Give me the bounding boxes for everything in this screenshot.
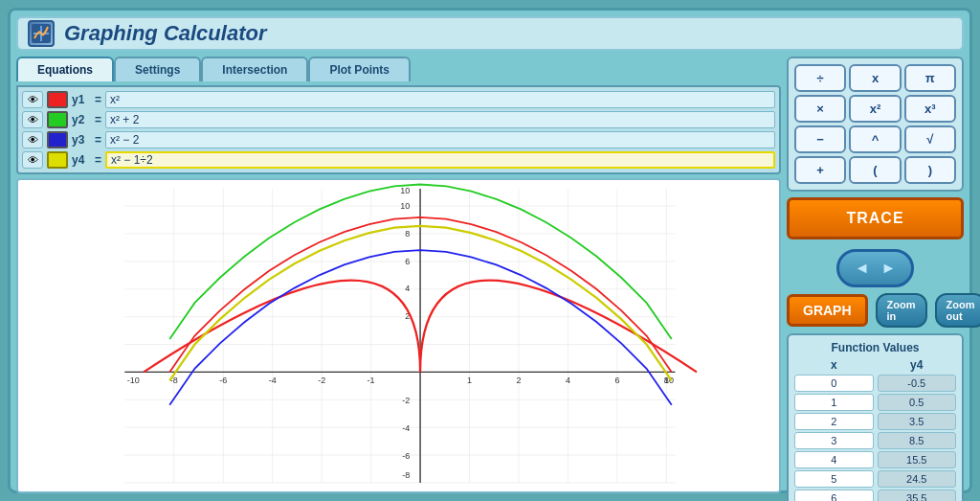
calc-btn-mul[interactable]: × xyxy=(794,95,846,123)
eq-input-y4[interactable] xyxy=(105,151,775,169)
calc-btn-xsq[interactable]: x² xyxy=(849,95,901,123)
eq-input-y2[interactable] xyxy=(105,111,775,128)
eq-label-y4: y4 xyxy=(72,153,91,167)
svg-text:-10: -10 xyxy=(127,376,140,385)
svg-text:-4: -4 xyxy=(269,376,277,385)
app-icon xyxy=(28,20,55,47)
zoom-in-button[interactable]: Zoom in xyxy=(876,293,927,328)
tab-plot-points[interactable]: Plot Points xyxy=(308,57,411,81)
fv-cell-x: 5 xyxy=(794,470,874,488)
calc-btn-rparen[interactable]: ) xyxy=(904,156,956,184)
svg-text:4: 4 xyxy=(405,284,410,293)
fv-cell-x: 0 xyxy=(794,375,874,392)
color-box-y4[interactable] xyxy=(47,151,68,169)
tabs-bar: Equations Settings Intersection Plot Poi… xyxy=(16,57,781,81)
calc-btn-pow[interactable]: ^ xyxy=(849,125,901,153)
eq-label-y3: y3 xyxy=(72,133,91,147)
nav-arrows[interactable]: ◄ ► xyxy=(836,249,915,287)
fv-cell-y: 3.5 xyxy=(878,413,957,430)
nav-left-arrow[interactable]: ◄ xyxy=(855,260,870,277)
table-row: 4 15.5 xyxy=(794,451,956,468)
calc-btn-sub[interactable]: − xyxy=(794,125,846,153)
calc-btn-xcube[interactable]: x³ xyxy=(904,95,956,123)
right-panel: ÷ x π × x² x³ − ^ √ + ( ) TRACE ◄ ► xyxy=(787,57,964,493)
calc-buttons: ÷ x π × x² x³ − ^ √ + ( ) xyxy=(787,57,964,192)
main-area: Equations Settings Intersection Plot Poi… xyxy=(16,57,964,493)
function-values: Function Values x y4 0 -0.5 1 0.5 2 3.5 … xyxy=(787,333,964,501)
fv-cell-y: 24.5 xyxy=(878,470,957,488)
equation-row-y4: 👁 y4 = xyxy=(22,151,775,169)
graph-zoom-row: GRAPH Zoom in Zoom out xyxy=(787,293,964,328)
eq-input-y3[interactable] xyxy=(105,131,775,148)
equation-row-y3: 👁 y3 = xyxy=(22,131,775,148)
table-row: 0 -0.5 xyxy=(794,375,956,392)
svg-text:6: 6 xyxy=(614,376,619,385)
fv-cell-x: 1 xyxy=(794,394,874,411)
left-panel: Equations Settings Intersection Plot Poi… xyxy=(16,57,781,493)
graph-area: -8 -6 -4 -2 -1 1 2 4 6 8 -10 10 10 8 xyxy=(16,178,781,493)
table-row: 6 35.5 xyxy=(794,490,956,501)
eye-icon-y2[interactable]: 👁 xyxy=(22,111,43,128)
title-bar: Graphing Calculator xyxy=(16,16,964,51)
svg-text:-2: -2 xyxy=(402,396,410,405)
svg-text:-1: -1 xyxy=(368,376,375,385)
fv-cell-y: 35.5 xyxy=(878,490,957,501)
svg-text:6: 6 xyxy=(405,257,410,266)
svg-text:-2: -2 xyxy=(318,376,325,385)
fv-cell-y: 15.5 xyxy=(878,451,957,468)
equation-row-y2: 👁 y2 = xyxy=(22,111,775,128)
svg-text:1: 1 xyxy=(467,376,472,385)
app-container: Graphing Calculator Equations Settings I… xyxy=(8,8,972,493)
zoom-out-button[interactable]: Zoom out xyxy=(935,293,980,328)
table-row: 1 0.5 xyxy=(794,394,956,411)
fv-cell-y: 8.5 xyxy=(878,432,957,449)
fv-headers: x y4 xyxy=(794,358,956,372)
table-row: 3 8.5 xyxy=(794,432,956,449)
trace-button[interactable]: TRACE xyxy=(787,197,964,239)
calc-btn-lparen[interactable]: ( xyxy=(849,156,901,184)
fv-cell-x: 4 xyxy=(794,451,874,468)
tab-equations[interactable]: Equations xyxy=(16,57,114,81)
svg-text:-6: -6 xyxy=(219,376,227,385)
graph-svg: -8 -6 -4 -2 -1 1 2 4 6 8 -10 10 10 8 xyxy=(18,180,779,491)
fv-cell-y: -0.5 xyxy=(878,375,957,392)
equation-row-y1: 👁 y1 = xyxy=(22,91,775,108)
tab-settings[interactable]: Settings xyxy=(114,57,201,81)
svg-text:10: 10 xyxy=(400,186,410,195)
color-box-y3[interactable] xyxy=(47,131,68,148)
eq-label-y1: y1 xyxy=(72,93,91,106)
nav-right-arrow[interactable]: ► xyxy=(881,260,897,277)
eye-icon-y1[interactable]: 👁 xyxy=(22,91,43,108)
calc-btn-x[interactable]: x xyxy=(849,64,901,92)
eq-input-y1[interactable] xyxy=(105,91,775,108)
eye-icon-y4[interactable]: 👁 xyxy=(22,151,43,169)
svg-text:-4: -4 xyxy=(402,423,410,433)
svg-text:4: 4 xyxy=(566,376,570,385)
fv-header-x: x xyxy=(794,358,874,372)
calc-btn-div[interactable]: ÷ xyxy=(794,64,846,92)
calc-btn-sqrt[interactable]: √ xyxy=(904,125,956,153)
table-row: 5 24.5 xyxy=(794,470,956,488)
calc-btn-pi[interactable]: π xyxy=(904,64,956,92)
svg-text:2: 2 xyxy=(516,376,521,385)
svg-text:-8: -8 xyxy=(402,470,410,480)
fv-cell-x: 3 xyxy=(794,432,874,449)
fv-cell-y: 0.5 xyxy=(878,394,957,411)
fv-cell-x: 6 xyxy=(794,490,874,501)
color-box-y1[interactable] xyxy=(47,91,68,108)
graph-button[interactable]: GRAPH xyxy=(787,294,868,327)
tab-intersection[interactable]: Intersection xyxy=(201,57,308,81)
equations-panel: 👁 y1 = 👁 y2 = 👁 y3 xyxy=(16,85,781,174)
function-values-title: Function Values xyxy=(794,341,956,354)
eye-icon-y3[interactable]: 👁 xyxy=(22,131,43,148)
eq-label-y2: y2 xyxy=(72,113,91,126)
fv-rows-container: 0 -0.5 1 0.5 2 3.5 3 8.5 4 15.5 5 24.5 6… xyxy=(794,375,956,501)
table-row: 2 3.5 xyxy=(794,413,956,430)
fv-cell-x: 2 xyxy=(794,413,874,430)
fv-header-y: y4 xyxy=(878,358,957,372)
color-box-y2[interactable] xyxy=(47,111,68,128)
svg-text:8: 8 xyxy=(405,229,410,239)
svg-text:-6: -6 xyxy=(402,451,410,461)
calc-btn-add[interactable]: + xyxy=(794,156,846,184)
svg-text:10: 10 xyxy=(400,201,410,211)
